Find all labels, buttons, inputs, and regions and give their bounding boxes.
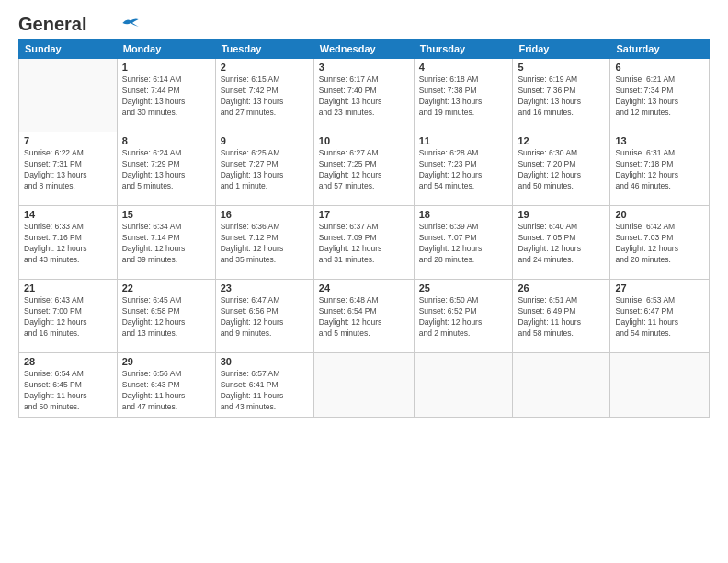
day-info: Sunrise: 6:24 AMSunset: 7:29 PMDaylight:… xyxy=(122,148,210,192)
day-number: 26 xyxy=(518,282,605,293)
day-number: 7 xyxy=(24,135,112,146)
day-info: Sunrise: 6:28 AMSunset: 7:23 PMDaylight:… xyxy=(419,148,508,192)
day-number: 27 xyxy=(615,282,704,293)
calendar-week-2: 7Sunrise: 6:22 AMSunset: 7:31 PMDaylight… xyxy=(19,132,710,206)
day-info: Sunrise: 6:42 AMSunset: 7:03 PMDaylight:… xyxy=(615,222,704,266)
calendar-cell: 23Sunrise: 6:47 AMSunset: 6:56 PMDayligh… xyxy=(215,280,313,353)
day-number: 22 xyxy=(122,282,210,293)
day-info: Sunrise: 6:36 AMSunset: 7:12 PMDaylight:… xyxy=(221,222,309,266)
day-number: 29 xyxy=(122,356,210,367)
day-info: Sunrise: 6:22 AMSunset: 7:31 PMDaylight:… xyxy=(24,148,112,192)
calendar-cell: 11Sunrise: 6:28 AMSunset: 7:23 PMDayligh… xyxy=(414,132,513,206)
day-number: 28 xyxy=(24,356,112,367)
day-number: 2 xyxy=(221,62,309,73)
day-number: 5 xyxy=(518,62,605,73)
weekday-header-wednesday: Wednesday xyxy=(313,40,414,59)
calendar-cell xyxy=(513,353,610,418)
calendar-cell: 25Sunrise: 6:50 AMSunset: 6:52 PMDayligh… xyxy=(414,280,513,353)
calendar-cell: 20Sunrise: 6:42 AMSunset: 7:03 PMDayligh… xyxy=(610,206,710,280)
weekday-header-friday: Friday xyxy=(513,40,610,59)
day-info: Sunrise: 6:31 AMSunset: 7:18 PMDaylight:… xyxy=(615,148,704,192)
calendar-cell: 4Sunrise: 6:18 AMSunset: 7:38 PMDaylight… xyxy=(414,59,513,132)
calendar-week-1: 1Sunrise: 6:14 AMSunset: 7:44 PMDaylight… xyxy=(19,59,710,132)
day-number: 3 xyxy=(319,62,409,73)
day-info: Sunrise: 6:21 AMSunset: 7:34 PMDaylight:… xyxy=(615,75,704,119)
calendar-cell: 1Sunrise: 6:14 AMSunset: 7:44 PMDaylight… xyxy=(117,59,215,132)
calendar-cell xyxy=(414,353,513,418)
day-number: 23 xyxy=(221,282,309,293)
calendar-header-row: SundayMondayTuesdayWednesdayThursdayFrid… xyxy=(19,40,710,59)
calendar-cell xyxy=(19,59,118,132)
calendar-cell: 21Sunrise: 6:43 AMSunset: 7:00 PMDayligh… xyxy=(19,280,118,353)
calendar-cell xyxy=(610,353,710,418)
calendar-cell: 27Sunrise: 6:53 AMSunset: 6:47 PMDayligh… xyxy=(610,280,710,353)
weekday-header-thursday: Thursday xyxy=(414,40,513,59)
day-info: Sunrise: 6:34 AMSunset: 7:14 PMDaylight:… xyxy=(122,222,210,266)
calendar-cell: 6Sunrise: 6:21 AMSunset: 7:34 PMDaylight… xyxy=(610,59,710,132)
day-number: 18 xyxy=(419,209,508,220)
day-number: 16 xyxy=(221,209,309,220)
day-info: Sunrise: 6:43 AMSunset: 7:00 PMDaylight:… xyxy=(24,295,112,339)
day-info: Sunrise: 6:48 AMSunset: 6:54 PMDaylight:… xyxy=(319,295,409,339)
day-info: Sunrise: 6:17 AMSunset: 7:40 PMDaylight:… xyxy=(319,75,409,119)
day-number: 4 xyxy=(419,62,508,73)
day-number: 11 xyxy=(419,135,508,146)
day-number: 15 xyxy=(122,209,210,220)
day-info: Sunrise: 6:37 AMSunset: 7:09 PMDaylight:… xyxy=(319,222,409,266)
weekday-header-saturday: Saturday xyxy=(610,40,710,59)
calendar-week-5: 28Sunrise: 6:54 AMSunset: 6:45 PMDayligh… xyxy=(19,353,710,418)
calendar-cell: 7Sunrise: 6:22 AMSunset: 7:31 PMDaylight… xyxy=(19,132,118,206)
day-number: 20 xyxy=(615,209,704,220)
day-info: Sunrise: 6:40 AMSunset: 7:05 PMDaylight:… xyxy=(518,222,605,266)
calendar-cell: 10Sunrise: 6:27 AMSunset: 7:25 PMDayligh… xyxy=(313,132,414,206)
calendar-cell xyxy=(313,353,414,418)
day-info: Sunrise: 6:19 AMSunset: 7:36 PMDaylight:… xyxy=(518,75,605,119)
calendar-cell: 2Sunrise: 6:15 AMSunset: 7:42 PMDaylight… xyxy=(215,59,313,132)
weekday-header-tuesday: Tuesday xyxy=(215,40,313,59)
day-info: Sunrise: 6:27 AMSunset: 7:25 PMDaylight:… xyxy=(319,148,409,192)
logo: General xyxy=(18,15,140,31)
calendar-cell: 29Sunrise: 6:56 AMSunset: 6:43 PMDayligh… xyxy=(117,353,215,418)
calendar-cell: 18Sunrise: 6:39 AMSunset: 7:07 PMDayligh… xyxy=(414,206,513,280)
day-number: 24 xyxy=(319,282,409,293)
day-info: Sunrise: 6:56 AMSunset: 6:43 PMDaylight:… xyxy=(122,369,210,413)
calendar-cell: 3Sunrise: 6:17 AMSunset: 7:40 PMDaylight… xyxy=(313,59,414,132)
day-info: Sunrise: 6:25 AMSunset: 7:27 PMDaylight:… xyxy=(221,148,309,192)
page: General SundayMondayTuesdayWednesdayThur… xyxy=(0,0,728,563)
day-info: Sunrise: 6:30 AMSunset: 7:20 PMDaylight:… xyxy=(518,148,605,192)
weekday-header-sunday: Sunday xyxy=(19,40,118,59)
day-number: 6 xyxy=(615,62,704,73)
day-number: 19 xyxy=(518,209,605,220)
bird-icon xyxy=(121,17,140,29)
day-info: Sunrise: 6:57 AMSunset: 6:41 PMDaylight:… xyxy=(221,369,309,413)
day-number: 30 xyxy=(221,356,309,367)
calendar-cell: 16Sunrise: 6:36 AMSunset: 7:12 PMDayligh… xyxy=(215,206,313,280)
day-number: 12 xyxy=(518,135,605,146)
day-info: Sunrise: 6:47 AMSunset: 6:56 PMDaylight:… xyxy=(221,295,309,339)
calendar-cell: 14Sunrise: 6:33 AMSunset: 7:16 PMDayligh… xyxy=(19,206,118,280)
calendar-cell: 30Sunrise: 6:57 AMSunset: 6:41 PMDayligh… xyxy=(215,353,313,418)
calendar-cell: 26Sunrise: 6:51 AMSunset: 6:49 PMDayligh… xyxy=(513,280,610,353)
calendar-table: SundayMondayTuesdayWednesdayThursdayFrid… xyxy=(18,39,710,418)
day-info: Sunrise: 6:14 AMSunset: 7:44 PMDaylight:… xyxy=(122,75,210,119)
calendar-cell: 13Sunrise: 6:31 AMSunset: 7:18 PMDayligh… xyxy=(610,132,710,206)
day-info: Sunrise: 6:39 AMSunset: 7:07 PMDaylight:… xyxy=(419,222,508,266)
day-number: 13 xyxy=(615,135,704,146)
calendar-cell: 9Sunrise: 6:25 AMSunset: 7:27 PMDaylight… xyxy=(215,132,313,206)
day-info: Sunrise: 6:50 AMSunset: 6:52 PMDaylight:… xyxy=(419,295,508,339)
day-info: Sunrise: 6:53 AMSunset: 6:47 PMDaylight:… xyxy=(615,295,704,339)
calendar-week-3: 14Sunrise: 6:33 AMSunset: 7:16 PMDayligh… xyxy=(19,206,710,280)
weekday-header-monday: Monday xyxy=(117,40,215,59)
calendar-cell: 15Sunrise: 6:34 AMSunset: 7:14 PMDayligh… xyxy=(117,206,215,280)
day-number: 10 xyxy=(319,135,409,146)
day-number: 8 xyxy=(122,135,210,146)
day-info: Sunrise: 6:18 AMSunset: 7:38 PMDaylight:… xyxy=(419,75,508,119)
calendar-cell: 19Sunrise: 6:40 AMSunset: 7:05 PMDayligh… xyxy=(513,206,610,280)
day-number: 21 xyxy=(24,282,112,293)
day-number: 14 xyxy=(24,209,112,220)
calendar-cell: 5Sunrise: 6:19 AMSunset: 7:36 PMDaylight… xyxy=(513,59,610,132)
day-info: Sunrise: 6:54 AMSunset: 6:45 PMDaylight:… xyxy=(24,369,112,413)
day-info: Sunrise: 6:33 AMSunset: 7:16 PMDaylight:… xyxy=(24,222,112,266)
calendar-cell: 8Sunrise: 6:24 AMSunset: 7:29 PMDaylight… xyxy=(117,132,215,206)
day-info: Sunrise: 6:15 AMSunset: 7:42 PMDaylight:… xyxy=(221,75,309,119)
